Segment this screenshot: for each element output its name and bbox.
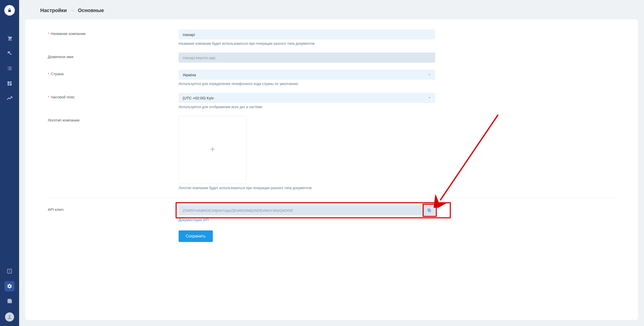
- api-doc-link[interactable]: Документация API: [179, 218, 209, 222]
- company-name-input[interactable]: [179, 29, 435, 39]
- nav-tasks-icon[interactable]: [5, 63, 15, 73]
- api-key-value: ZGM5YmNjMGE1MjcwYzgwZjExMDI5MjI2NDExNmY4…: [183, 208, 423, 213]
- domain-input: mavapi.keycrm.app: [179, 53, 435, 63]
- plus-icon: [209, 146, 216, 154]
- logo-upload-box[interactable]: [179, 116, 247, 184]
- api-key-field: ZGM5YmNjMGE1MjcwYzgwZjExMDI5MjI2NDExNmY4…: [179, 205, 435, 215]
- label-timezone: *Часовой пояс: [48, 93, 179, 109]
- breadcrumb-current: Основные: [78, 8, 104, 13]
- breadcrumb-root[interactable]: Настройки: [40, 8, 67, 13]
- label-logo: Логотип компании: [48, 116, 179, 190]
- nav-wallet-icon[interactable]: [5, 296, 15, 306]
- label-api-key: API ключ: [48, 205, 179, 212]
- nav-cart-icon[interactable]: [5, 33, 15, 43]
- nav-settings-icon[interactable]: [5, 281, 15, 291]
- breadcrumb-sep-icon: →: [70, 8, 75, 13]
- svg-point-2: [9, 315, 10, 317]
- svg-text:?: ?: [9, 270, 11, 273]
- chevron-down-icon: [428, 73, 431, 77]
- copy-api-key-button[interactable]: [423, 205, 435, 215]
- sidebar: ?: [0, 0, 19, 326]
- nav-warehouse-icon[interactable]: [5, 78, 15, 89]
- label-company-name: *Название компании: [48, 29, 179, 46]
- country-select[interactable]: Україна: [179, 70, 435, 80]
- nav-chat-icon[interactable]: [5, 48, 15, 58]
- nav-help-icon[interactable]: ?: [5, 266, 15, 276]
- helper-timezone: Используется для отображения всех дат в …: [179, 105, 435, 109]
- helper-company-name: Название компании будет использоваться п…: [179, 42, 435, 46]
- settings-card: *Название компании Название компании буд…: [25, 19, 638, 320]
- breadcrumb: Настройки → Основные: [25, 0, 638, 19]
- main-content: Настройки → Основные *Название компании …: [19, 0, 644, 326]
- chevron-down-icon: [428, 96, 431, 100]
- helper-logo: Логотип компании будет использоваться пр…: [179, 186, 435, 190]
- save-button[interactable]: Сохранить: [179, 230, 213, 242]
- timezone-select[interactable]: (UTC +02:00) Kyiv: [179, 93, 435, 103]
- section-divider: [48, 197, 615, 198]
- label-country: *Страна: [48, 70, 179, 86]
- helper-country: Используется для определения телефонного…: [179, 82, 435, 86]
- nav-analytics-icon[interactable]: [5, 94, 15, 104]
- user-avatar[interactable]: [5, 312, 14, 321]
- app-logo[interactable]: [4, 5, 15, 16]
- label-domain: Доменное имя: [48, 53, 179, 63]
